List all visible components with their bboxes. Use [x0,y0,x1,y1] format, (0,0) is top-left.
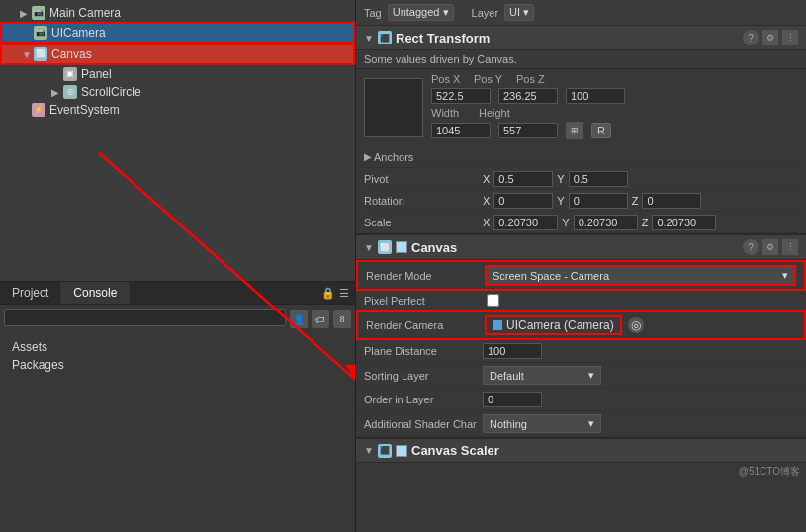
sorting-layer-dropdown[interactable]: Default ▾ [483,366,601,385]
console-content: 👤 🏷 8 Assets Packages [0,305,355,532]
rotation-value: X Y Z [483,193,798,209]
r-button[interactable]: R [591,123,611,138]
assets-item-packages[interactable]: Packages [12,356,343,374]
console-icon-2[interactable]: 🏷 [312,310,329,328]
pixel-perfect-checkbox[interactable] [487,294,499,307]
console-icon-1[interactable]: 👤 [290,310,308,328]
rt-preview [364,78,423,137]
scale-z-input[interactable] [652,215,716,230]
sorting-layer-row: Sorting Layer Default ▾ [356,363,806,389]
rotation-y-input[interactable] [569,193,628,209]
plane-distance-label: Plane Distance [364,345,483,357]
label-eventsystem: EventSystem [49,103,120,117]
render-mode-label: Render Mode [366,270,485,282]
hierarchy-item-scrollcircle[interactable]: ▶ ◎ ScrollCircle [0,83,355,101]
hierarchy-item-main-camera[interactable]: ▶ 📷 Main Camera [0,4,355,22]
hierarchy-panel: ▶ 📷 Main Camera 📷 UICamera ▼ ⬜ Canvas ▣ … [0,0,355,281]
canvas-enabled-checkbox[interactable] [396,241,407,253]
hierarchy-item-canvas[interactable]: ▼ ⬜ Canvas [0,44,355,65]
plane-distance-input[interactable] [483,343,542,359]
console-count: 8 [339,314,344,324]
render-mode-dropdown[interactable]: Screen Space - Camera ▾ [485,265,796,286]
render-camera-row: Render Camera UICamera (Camera) ◎ [356,310,806,340]
scale-y-label: Y [562,217,569,228]
pivot-row: Pivot X Y [364,168,798,190]
canvas-settings[interactable]: ⚙ [762,239,778,255]
additional-shader-dropdown[interactable]: Nothing ▾ [483,414,601,433]
pivot-x-input[interactable] [493,171,553,187]
order-in-layer-input[interactable] [483,392,542,407]
canvas-collapse[interactable]: ▼ [364,242,374,253]
canvas-scaler-icon: ⬛ [378,444,392,458]
canvas-help[interactable]: ? [743,239,759,255]
label-scrollcircle: ScrollCircle [81,85,141,99]
console-lock-icon[interactable]: 🔒 [321,287,335,300]
scale-x-input[interactable] [493,215,558,230]
hierarchy-item-panel[interactable]: ▣ Panel [0,65,355,83]
prop-section: ▶ Anchors Pivot X Y Rotation X Y Z [356,146,806,233]
scale-x-label: X [483,217,490,228]
rect-transform-collapse[interactable]: ▼ [364,33,374,44]
pivot-y-input[interactable] [569,171,628,187]
layer-dropdown[interactable]: UI ▾ [504,4,534,21]
render-camera-name: UICamera (Camera) [506,318,614,332]
scale-z-label: Z [642,217,649,228]
rect-transform-help[interactable]: ? [743,30,759,45]
console-menu-icon[interactable]: ☰ [339,287,349,300]
rotation-x-input[interactable] [493,193,553,209]
scale-y-input[interactable] [574,215,638,230]
anchors-label: Anchors [374,151,493,163]
grid-icon[interactable]: ⊞ [566,122,583,139]
render-camera-pick[interactable]: ◎ [628,317,644,333]
canvas-scaler-title: Canvas Scaler [411,443,798,458]
rotation-y-label: Y [557,195,564,207]
label-panel: Panel [81,67,112,81]
rt-wh-values-row: ⊞ R [431,122,798,139]
rect-transform-note: Some values driven by Canvas. [356,50,806,69]
search-input[interactable] [9,311,147,323]
console-icon-3[interactable]: 8 [333,310,351,328]
rect-transform-menu[interactable]: ⋮ [782,30,798,45]
label-main-camera: Main Camera [49,6,121,20]
canvas-scaler-header: ▼ ⬛ Canvas Scaler [356,437,806,463]
pivot-y-label: Y [557,173,564,185]
rect-transform-settings[interactable]: ⚙ [762,30,778,45]
posz-input[interactable] [566,88,625,104]
canvas-scaler-checkbox[interactable] [396,445,407,457]
pivot-label: Pivot [364,173,483,185]
camera-ref[interactable]: UICamera (Camera) [485,315,622,335]
assets-list: Assets Packages [4,334,351,378]
canvas-scaler-collapse[interactable]: ▼ [364,445,374,456]
hierarchy-item-eventsystem[interactable]: ⚡ EventSystem [0,101,355,119]
scale-label: Scale [364,217,483,228]
pivot-value: X Y [483,171,798,187]
right-panel: Tag Untagged ▾ Layer UI ▾ ▼ ⬛ Rect Trans… [356,0,806,532]
tag-dropdown[interactable]: Untagged ▾ [388,4,454,21]
rt-pos-labels-row: Pos X Pos Y Pos Z [431,73,798,85]
order-in-layer-row: Order in Layer [356,389,806,411]
assets-item-assets[interactable]: Assets [12,338,343,356]
tab-console[interactable]: Console [61,282,130,304]
height-label: Height [479,107,518,119]
icon-canvas: ⬜ [34,47,47,61]
posy-input[interactable] [498,88,558,104]
hierarchy-item-uicamera[interactable]: 📷 UICamera [0,22,355,44]
rotation-label: Rotation [364,195,483,207]
sorting-layer-label: Sorting Layer [364,370,483,382]
posx-input[interactable] [431,88,491,104]
anchors-collapse[interactable]: ▶ [364,151,374,162]
bottom-tabs-panel: Project Console 🔒 ☰ 👤 🏷 8 Assets Package… [0,281,355,532]
arrow-canvas: ▼ [22,49,32,60]
scale-row: Scale X Y Z [364,212,798,233]
pivot-x-label: X [483,173,490,185]
additional-shader-label: Additional Shader Char [364,418,483,430]
canvas-menu[interactable]: ⋮ [782,239,798,255]
height-input[interactable] [498,123,558,138]
width-input[interactable] [431,123,491,138]
scale-value: X Y Z [483,215,798,230]
rotation-z-input[interactable] [642,193,701,209]
rotation-row: Rotation X Y Z [364,190,798,212]
tab-project[interactable]: Project [0,282,61,304]
posx-group: Pos X Pos Y Pos Z [431,73,556,85]
pixel-perfect-row: Pixel Perfect [356,291,806,310]
